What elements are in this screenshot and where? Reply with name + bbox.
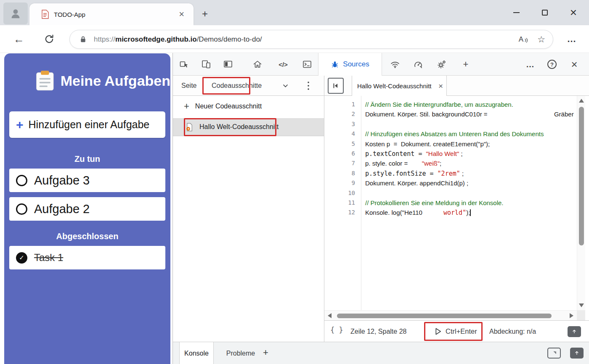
code-segment: Dokument. Körper. Stil. backgroundC010r … xyxy=(365,111,488,118)
minimize-button[interactable] xyxy=(510,6,523,19)
task-label: Aufgabe 3 xyxy=(34,174,90,187)
horizontal-scroll-thumb[interactable] xyxy=(337,314,552,318)
console-tool-button[interactable] xyxy=(300,57,315,72)
task-unchecked-icon[interactable] xyxy=(16,203,27,215)
new-snippet-label: Neuer Codeausschnitt xyxy=(195,103,262,110)
tab-title: TODO-App xyxy=(54,11,176,18)
devtools-help-button[interactable]: ? xyxy=(544,57,560,72)
inspect-element-button[interactable] xyxy=(177,57,192,72)
dock-drawer-icon xyxy=(551,350,557,356)
code-segment: "weiß" xyxy=(422,160,440,167)
run-snippet-button[interactable]: Ctrl+Enter xyxy=(430,324,481,339)
devtools-close-button[interactable]: × xyxy=(567,57,582,72)
page-content: Meine Aufgaben + Hinzufügen einer Aufgab… xyxy=(0,53,589,364)
task-item[interactable]: Aufgabe 2 xyxy=(9,197,165,221)
task-item[interactable]: Aufgabe 3 xyxy=(9,169,165,192)
home-tool-button[interactable] xyxy=(250,57,265,72)
gauge-icon xyxy=(413,59,423,69)
dock-drawer-button[interactable] xyxy=(547,348,561,359)
url-text: https://microsoftedge.github.io/Demos/de… xyxy=(94,35,509,44)
vertical-scroll-thumb[interactable] xyxy=(579,107,584,245)
network-conditions-button[interactable] xyxy=(387,57,403,72)
tab-snippets[interactable]: Codeausschnitte xyxy=(212,76,262,96)
editor-tab-close-icon[interactable]: × xyxy=(438,82,443,90)
task-label: Aufgabe 2 xyxy=(34,202,90,216)
line-number-gutter: 123456789101112 xyxy=(324,96,361,310)
more-tools-button[interactable]: + xyxy=(458,57,473,72)
star-icon: ☆ xyxy=(537,34,545,45)
tab-close-icon[interactable]: × xyxy=(176,9,187,20)
new-snippet-button[interactable]: + Neuer Codeausschnitt xyxy=(173,98,324,115)
scroll-up-icon[interactable] xyxy=(579,99,584,103)
kebab-menu-icon xyxy=(307,80,310,91)
settings-tools-button[interactable] xyxy=(434,57,449,72)
ellipsis-icon: … xyxy=(526,60,534,69)
code-segment: "Hallo Welt" xyxy=(426,150,459,157)
drawer-tab-problems[interactable]: Probleme xyxy=(223,342,259,364)
text-cursor xyxy=(470,209,471,216)
horizontal-scrollbar[interactable] xyxy=(324,310,577,320)
url-bar[interactable]: https://microsoftedge.github.io/Demos/de… xyxy=(69,30,553,49)
profile-avatar[interactable] xyxy=(3,3,28,24)
add-task-button[interactable]: + Hinzufügen einer Aufgabe xyxy=(9,111,165,138)
done-task-list: ✓Task 1 xyxy=(9,246,165,274)
scroll-right-icon[interactable] xyxy=(570,313,573,318)
editor-statusbar: { } Zeile 12, Spalte 28 Ctrl+Enter Abdec… xyxy=(324,320,589,342)
drawer-tab-console[interactable]: Konsole xyxy=(179,342,214,364)
code-editor[interactable]: 123456789101112 // Ändern Sie die Hinter… xyxy=(324,96,577,310)
scroll-down-icon[interactable] xyxy=(579,303,584,307)
line-number: 5 xyxy=(324,139,361,149)
code-segment: // Hinzufügen eines Absatzes am Unteren … xyxy=(365,130,544,137)
code-line xyxy=(365,119,577,129)
favorites-button[interactable]: ☆ xyxy=(537,34,545,45)
maximize-button[interactable] xyxy=(539,6,551,19)
drawer-right-actions xyxy=(547,348,584,359)
navigator-toggle-button[interactable] xyxy=(328,78,344,94)
code-line: Dokument. Körper. Stil. backgroundC010r … xyxy=(365,109,577,119)
read-aloud-button[interactable]: A xyxy=(519,35,528,44)
more-tabs-button[interactable] xyxy=(282,83,289,90)
snippet-item-hallo-welt[interactable]: Hallo Welt-Codeausschnitt xyxy=(173,118,324,136)
tab-sources[interactable]: Sources xyxy=(318,53,382,76)
browser-addressbar: ← https://microsoftedge.github.io/Demos/… xyxy=(0,25,589,53)
task-checked-icon[interactable]: ✓ xyxy=(16,252,27,264)
completed-task-item[interactable]: ✓Task 1 xyxy=(9,246,165,269)
code-line: // Ändern Sie die Hintergrundfarbe, um a… xyxy=(365,100,577,109)
person-icon xyxy=(9,7,22,20)
performance-tool-button[interactable] xyxy=(411,57,426,72)
back-button[interactable]: ← xyxy=(11,31,27,47)
task-unchecked-icon[interactable] xyxy=(16,175,27,186)
dock-side-button[interactable] xyxy=(220,57,236,72)
add-drawer-tab-button[interactable]: + xyxy=(263,348,268,357)
export-drawer-button[interactable] xyxy=(570,348,584,359)
wifi-icon xyxy=(390,59,400,69)
browser-tab[interactable]: TODO-App × xyxy=(29,3,194,25)
sources-tab-label: Sources xyxy=(343,60,369,69)
close-devtools-icon: × xyxy=(571,59,577,70)
close-window-button[interactable]: × xyxy=(567,6,580,19)
play-icon xyxy=(435,327,442,335)
device-emulation-button[interactable] xyxy=(199,57,214,72)
deploy-changes-button[interactable] xyxy=(568,326,581,337)
code-line: p.textContent = "Hallo Welt" ; xyxy=(365,149,577,158)
arrow-left-bar-icon xyxy=(331,81,340,90)
code-content[interactable]: // Ändern Sie die Hintergrundfarbe, um a… xyxy=(361,96,577,310)
scroll-left-icon[interactable] xyxy=(328,313,332,318)
editor-tabbar: Hallo Welt-Codeausschnitt × xyxy=(324,76,589,96)
tab-page[interactable]: Seite xyxy=(181,76,196,96)
editor-tab-hallo-welt[interactable]: Hallo Welt-Codeausschnitt × xyxy=(352,76,447,96)
browser-menu-button[interactable]: … xyxy=(564,31,580,47)
elements-tool-button[interactable]: </> xyxy=(276,57,291,72)
navigator-menu-button[interactable] xyxy=(307,80,310,93)
refresh-button[interactable] xyxy=(41,31,57,47)
coverage-status: Abdeckung: n/a xyxy=(489,321,536,342)
devtools-menu-button[interactable]: … xyxy=(523,57,538,72)
new-tab-button[interactable]: + xyxy=(199,8,211,20)
format-code-icon[interactable]: { } xyxy=(330,326,343,334)
upload-icon xyxy=(571,328,578,335)
code-segment: // Ändern Sie die Hintergrundfarbe, um a… xyxy=(365,101,513,108)
devtools-drawer: Konsole Probleme + xyxy=(173,342,589,364)
code-segment: ; xyxy=(460,170,464,177)
help-icon: ? xyxy=(547,60,557,69)
vertical-scrollbar[interactable] xyxy=(577,96,585,310)
